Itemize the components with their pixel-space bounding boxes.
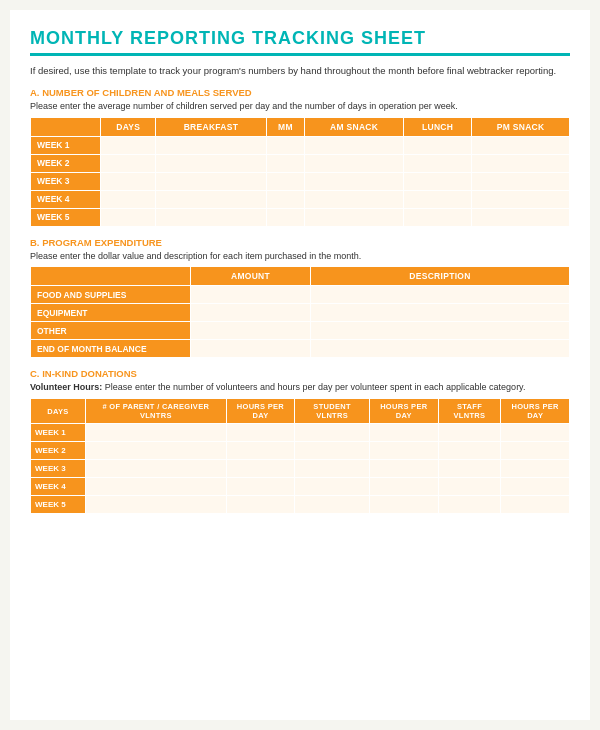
- staff-vlntrs-cell[interactable]: [438, 496, 501, 514]
- amount-cell[interactable]: [191, 322, 311, 340]
- table-row: EQUIPMENT: [31, 304, 570, 322]
- col-student-vlntrs: STUDENT VLNTRS: [295, 399, 370, 424]
- week-label: WEEK 2: [31, 154, 101, 172]
- table-row: FOOD AND SUPPLIES: [31, 286, 570, 304]
- student-vlntrs-cell[interactable]: [295, 424, 370, 442]
- am-snack-cell[interactable]: [305, 172, 404, 190]
- hours-day-1-cell[interactable]: [226, 442, 295, 460]
- staff-vlntrs-cell[interactable]: [438, 442, 501, 460]
- hours-day-3-cell[interactable]: [501, 442, 570, 460]
- week-label-c: WEEK 4: [31, 478, 86, 496]
- col-staff-vlntrs: STAFF VLNTRS: [438, 399, 501, 424]
- hours-day-2-cell[interactable]: [370, 496, 439, 514]
- equipment-label: EQUIPMENT: [31, 304, 191, 322]
- parent-vlntrs-cell[interactable]: [86, 496, 227, 514]
- end-balance-label: END OF MONTH BALANCE: [31, 340, 191, 358]
- days-cell[interactable]: [101, 172, 156, 190]
- lunch-cell[interactable]: [403, 136, 471, 154]
- hours-day-1-cell[interactable]: [226, 496, 295, 514]
- hours-day-2-cell[interactable]: [370, 424, 439, 442]
- desc-cell[interactable]: [311, 286, 570, 304]
- student-vlntrs-cell[interactable]: [295, 496, 370, 514]
- hours-day-1-cell[interactable]: [226, 478, 295, 496]
- table-b: AMOUNT DESCRIPTION FOOD AND SUPPLIES EQU…: [30, 266, 570, 358]
- amount-cell[interactable]: [191, 304, 311, 322]
- volunteer-hours-text: Please enter the number of volunteers an…: [105, 382, 526, 392]
- breakfast-cell[interactable]: [156, 136, 266, 154]
- am-snack-cell[interactable]: [305, 136, 404, 154]
- days-cell[interactable]: [101, 136, 156, 154]
- table-row: WEEK 1: [31, 424, 570, 442]
- breakfast-cell[interactable]: [156, 172, 266, 190]
- parent-vlntrs-cell[interactable]: [86, 442, 227, 460]
- table-row: WEEK 3: [31, 172, 570, 190]
- col-amount: AMOUNT: [191, 267, 311, 286]
- pm-snack-cell[interactable]: [472, 154, 570, 172]
- pm-snack-cell[interactable]: [472, 172, 570, 190]
- days-cell[interactable]: [101, 208, 156, 226]
- pm-snack-cell[interactable]: [472, 190, 570, 208]
- col-pm-snack: PM SNACK: [472, 117, 570, 136]
- mm-cell[interactable]: [266, 208, 305, 226]
- am-snack-cell[interactable]: [305, 154, 404, 172]
- hours-day-3-cell[interactable]: [501, 478, 570, 496]
- amount-cell[interactable]: [191, 286, 311, 304]
- section-a-label: A. Number of Children and Meals Served: [30, 87, 570, 98]
- page-title: Monthly Reporting Tracking Sheet: [30, 28, 570, 56]
- week-label-c: WEEK 1: [31, 424, 86, 442]
- lunch-cell[interactable]: [403, 154, 471, 172]
- hours-day-2-cell[interactable]: [370, 442, 439, 460]
- breakfast-cell[interactable]: [156, 208, 266, 226]
- lunch-cell[interactable]: [403, 172, 471, 190]
- am-snack-cell[interactable]: [305, 208, 404, 226]
- hours-day-2-cell[interactable]: [370, 460, 439, 478]
- pm-snack-cell[interactable]: [472, 208, 570, 226]
- breakfast-cell[interactable]: [156, 190, 266, 208]
- desc-cell[interactable]: [311, 340, 570, 358]
- col-item: [31, 267, 191, 286]
- hours-day-2-cell[interactable]: [370, 478, 439, 496]
- lunch-cell[interactable]: [403, 190, 471, 208]
- student-vlntrs-cell[interactable]: [295, 478, 370, 496]
- lunch-cell[interactable]: [403, 208, 471, 226]
- section-c-desc: Volunteer Hours: Please enter the number…: [30, 381, 570, 394]
- table-row: WEEK 2: [31, 154, 570, 172]
- days-cell[interactable]: [101, 190, 156, 208]
- mm-cell[interactable]: [266, 154, 305, 172]
- table-row: WEEK 5: [31, 496, 570, 514]
- amount-cell[interactable]: [191, 340, 311, 358]
- desc-cell[interactable]: [311, 322, 570, 340]
- hours-day-1-cell[interactable]: [226, 460, 295, 478]
- parent-vlntrs-cell[interactable]: [86, 478, 227, 496]
- student-vlntrs-cell[interactable]: [295, 460, 370, 478]
- desc-cell[interactable]: [311, 304, 570, 322]
- staff-vlntrs-cell[interactable]: [438, 424, 501, 442]
- week-label-c: WEEK 5: [31, 496, 86, 514]
- page-container: Monthly Reporting Tracking Sheet If desi…: [10, 10, 590, 720]
- staff-vlntrs-cell[interactable]: [438, 478, 501, 496]
- col-breakfast: BREAKFAST: [156, 117, 266, 136]
- am-snack-cell[interactable]: [305, 190, 404, 208]
- table-c: DAYS # OF PARENT / CAREGIVER VLNTRS HOUR…: [30, 398, 570, 514]
- staff-vlntrs-cell[interactable]: [438, 460, 501, 478]
- hours-day-1-cell[interactable]: [226, 424, 295, 442]
- breakfast-cell[interactable]: [156, 154, 266, 172]
- hours-day-3-cell[interactable]: [501, 496, 570, 514]
- table-row: END OF MONTH BALANCE: [31, 340, 570, 358]
- parent-vlntrs-cell[interactable]: [86, 424, 227, 442]
- hours-day-3-cell[interactable]: [501, 424, 570, 442]
- col-blank: [31, 117, 101, 136]
- col-description: DESCRIPTION: [311, 267, 570, 286]
- week-label: WEEK 4: [31, 190, 101, 208]
- parent-vlntrs-cell[interactable]: [86, 460, 227, 478]
- pm-snack-cell[interactable]: [472, 136, 570, 154]
- section-c-label: C. In-Kind Donations: [30, 368, 570, 379]
- mm-cell[interactable]: [266, 172, 305, 190]
- mm-cell[interactable]: [266, 136, 305, 154]
- table-row: WEEK 3: [31, 460, 570, 478]
- col-lunch: LUNCH: [403, 117, 471, 136]
- hours-day-3-cell[interactable]: [501, 460, 570, 478]
- days-cell[interactable]: [101, 154, 156, 172]
- student-vlntrs-cell[interactable]: [295, 442, 370, 460]
- mm-cell[interactable]: [266, 190, 305, 208]
